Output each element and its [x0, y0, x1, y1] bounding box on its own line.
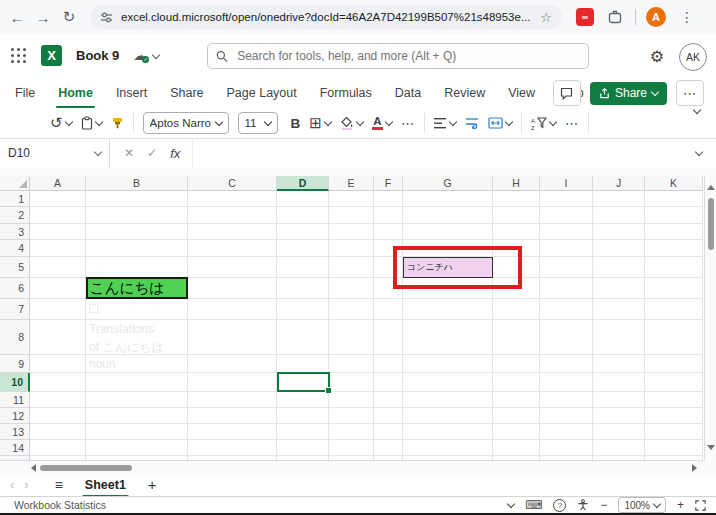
select-all-corner[interactable] [0, 176, 30, 191]
tab-home[interactable]: Home [58, 86, 93, 100]
tab-page-layout[interactable]: Page Layout [227, 86, 297, 100]
merge-chevron-icon[interactable] [505, 118, 513, 126]
column-header-C[interactable]: C [188, 176, 277, 191]
search-input[interactable] [235, 48, 580, 64]
row-header-4[interactable]: 4 [0, 240, 30, 257]
paste-button[interactable] [81, 116, 102, 130]
title-dropdown-chevron-icon[interactable] [152, 50, 160, 58]
wrap-text-button[interactable] [465, 117, 479, 129]
horizontal-scrollbar-thumb[interactable] [40, 465, 132, 471]
scroll-left-arrow-icon[interactable] [31, 464, 36, 472]
bold-button[interactable]: B [291, 116, 301, 131]
horizontal-scrollbar[interactable] [0, 460, 703, 473]
ribbon-more-button[interactable]: ⋯ [676, 80, 704, 106]
align-button[interactable] [434, 118, 456, 129]
tab-data[interactable]: Data [395, 86, 421, 100]
row-header-10[interactable]: 10 [0, 373, 30, 392]
workbook-title[interactable]: Book 9 [76, 48, 119, 63]
excel-logo-icon[interactable]: X [41, 45, 62, 66]
font-color-button[interactable]: A [372, 116, 392, 130]
column-header-A[interactable]: A [30, 176, 86, 191]
merge-cells-button[interactable] [488, 117, 512, 129]
tab-file[interactable]: File [15, 86, 35, 100]
ribbon-overflow-button[interactable]: ⋯ [565, 116, 579, 131]
column-header-B[interactable]: B [86, 176, 188, 191]
comments-button[interactable] [553, 80, 581, 106]
browser-address-bar[interactable]: excel.cloud.microsoft/open/onedrive?docI… [90, 5, 562, 29]
sort-filter-button[interactable]: A Z [531, 117, 556, 130]
search-bar[interactable] [207, 43, 589, 69]
zoom-level-select[interactable]: 100% [618, 497, 666, 513]
accessibility-icon[interactable] [577, 499, 589, 511]
column-header-F[interactable]: F [374, 176, 403, 191]
paste-chevron-icon[interactable] [94, 118, 102, 126]
pdf-extension-icon[interactable]: ∞ [576, 8, 594, 26]
formula-input[interactable] [192, 139, 696, 167]
site-info-icon[interactable] [100, 11, 113, 24]
column-header-E[interactable]: E [329, 176, 374, 191]
ribbon-collapse-chevron-icon[interactable] [693, 106, 701, 114]
row-header-8[interactable]: 8 [0, 320, 30, 355]
column-header-K[interactable]: K [645, 176, 703, 191]
scroll-up-arrow-icon[interactable] [707, 185, 715, 190]
browser-reload-icon[interactable]: ↻ [56, 8, 82, 26]
row-header-14[interactable]: 14 [0, 440, 30, 456]
row-header-9[interactable]: 9 [0, 355, 30, 373]
fill-color-chevron-icon[interactable] [356, 118, 364, 126]
cancel-entry-icon[interactable]: ✕ [124, 146, 134, 160]
app-launcher-waffle-icon[interactable] [10, 47, 27, 64]
align-chevron-icon[interactable] [449, 118, 457, 126]
bookmark-star-icon[interactable]: ☆ [540, 10, 552, 25]
status-overflow-chevron-icon[interactable] [507, 500, 515, 508]
borders-button[interactable]: ⊞ [309, 114, 331, 132]
row-header-2[interactable]: 2 [0, 207, 30, 224]
add-sheet-button[interactable]: + [148, 476, 157, 493]
account-avatar[interactable]: AK [679, 43, 707, 71]
workbook-statistics-button[interactable]: Workbook Statistics [14, 499, 106, 511]
browser-forward-icon[interactable]: → [30, 9, 56, 26]
sort-filter-chevron-icon[interactable] [549, 118, 557, 126]
row-header-1[interactable]: 1 [0, 191, 30, 207]
column-header-I[interactable]: I [540, 176, 593, 191]
scroll-down-arrow-icon[interactable] [707, 445, 715, 450]
undo-chevron-icon[interactable] [64, 118, 72, 126]
zoom-in-button[interactable]: + [677, 498, 684, 512]
scroll-right-arrow-icon[interactable] [692, 464, 697, 472]
tab-review[interactable]: Review [444, 86, 485, 100]
confirm-entry-icon[interactable]: ✓ [147, 146, 157, 160]
fill-color-button[interactable] [340, 116, 363, 130]
column-header-D[interactable]: D [277, 176, 329, 191]
column-header-H[interactable]: H [493, 176, 540, 191]
column-header-J[interactable]: J [593, 176, 645, 191]
tab-insert[interactable]: Insert [116, 86, 147, 100]
column-header-G[interactable]: G [403, 176, 493, 191]
prev-sheet-chevron-icon[interactable]: ‹ [10, 477, 14, 492]
font-color-chevron-icon[interactable] [385, 118, 393, 126]
tab-share[interactable]: Share [170, 86, 203, 100]
row-header-6[interactable]: 6 [0, 278, 30, 299]
vertical-scrollbar-thumb[interactable] [708, 198, 714, 250]
font-name-select[interactable]: Aptos Narrow (... [143, 112, 229, 134]
next-sheet-chevron-icon[interactable]: › [24, 477, 28, 492]
row-header-11[interactable]: 11 [0, 392, 30, 408]
tab-formulas[interactable]: Formulas [320, 86, 372, 100]
borders-chevron-icon[interactable] [324, 118, 332, 126]
font-group-more-button[interactable]: ⋯ [401, 116, 415, 131]
cell-B6[interactable]: こんにちは [86, 277, 188, 299]
vertical-scrollbar[interactable] [704, 176, 716, 460]
font-size-select[interactable]: 11 [238, 112, 278, 134]
name-box[interactable]: D10 [0, 139, 110, 167]
keyboard-shortcuts-icon[interactable]: ⌨ [525, 498, 542, 512]
all-sheets-menu-icon[interactable]: ≡ [55, 477, 63, 493]
browser-profile-avatar[interactable]: A [646, 7, 666, 27]
browser-menu-kebab-icon[interactable]: ⋮ [674, 9, 700, 25]
fill-handle[interactable] [325, 387, 332, 394]
row-header-7[interactable]: 7 [0, 299, 30, 320]
row-header-3[interactable]: 3 [0, 224, 30, 240]
browser-back-icon[interactable]: ← [4, 9, 30, 26]
insert-function-icon[interactable]: fx [170, 146, 180, 161]
share-button[interactable]: Share [590, 82, 667, 105]
extensions-icon[interactable] [607, 9, 623, 25]
undo-button[interactable]: ↺ [50, 114, 72, 132]
format-painter-button[interactable] [111, 117, 124, 130]
